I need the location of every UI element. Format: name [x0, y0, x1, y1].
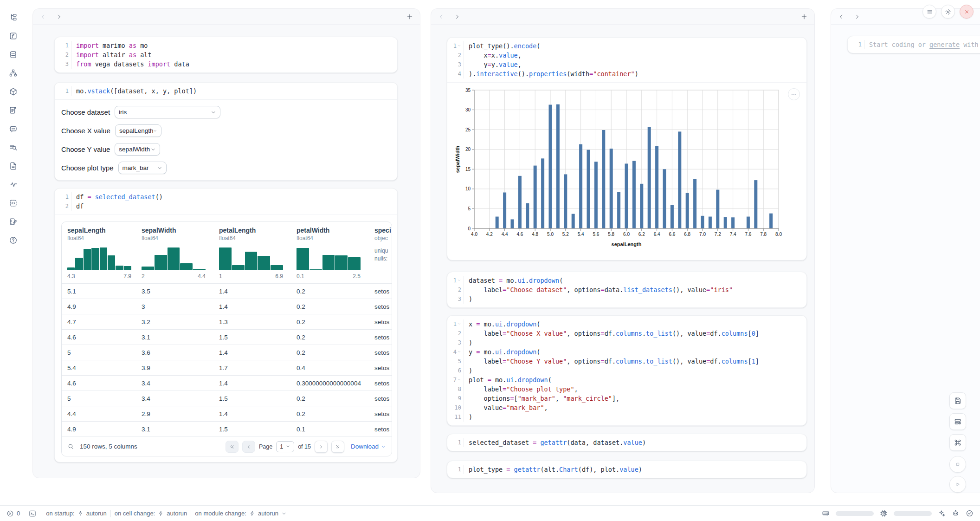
sidebar-item-outline-search[interactable] [7, 141, 19, 153]
sidebar-item-help[interactable] [7, 234, 19, 246]
code-editor[interactable]: 1import marimo as mo2import altair as al… [55, 37, 397, 72]
bar[interactable] [503, 193, 506, 229]
code-editor[interactable]: 1selected_dataset = getattr(data, datase… [447, 434, 806, 451]
generate-link[interactable]: generate [929, 41, 960, 48]
column-next-button[interactable] [54, 12, 64, 21]
download-button[interactable]: Download [351, 443, 386, 450]
code-editor[interactable]: 1df = selected_dataset()2df [55, 189, 397, 215]
bar[interactable] [579, 144, 582, 228]
altair-bar-chart[interactable]: 4.04.24.44.64.85.05.25.45.65.86.06.26.46… [454, 86, 786, 254]
bar[interactable] [724, 217, 727, 228]
column-next-button[interactable] [852, 12, 862, 21]
error-indicator[interactable]: 0 [6, 510, 20, 517]
page-prev-button[interactable] [242, 441, 255, 453]
fold-toggle[interactable] [457, 375, 461, 384]
page-select[interactable]: 1 [276, 441, 294, 452]
bar[interactable] [625, 163, 628, 228]
keyboard-shortcuts-button[interactable] [949, 434, 966, 451]
code-editor[interactable]: 1mo.vstack([dataset, x, y, plot]) [55, 83, 397, 99]
sidebar-item-database[interactable] [7, 48, 19, 60]
run-button[interactable] [949, 476, 966, 493]
sidebar-item-tracing[interactable] [7, 178, 19, 190]
fold-toggle[interactable] [457, 347, 461, 357]
cell-selected-dataset[interactable]: 1selected_dataset = getattr(data, datase… [447, 434, 807, 451]
autorun-segment[interactable]: on startup:autorun [46, 510, 107, 517]
column-name[interactable]: sepalWidth [142, 227, 213, 234]
sparkles-icon[interactable] [938, 509, 946, 517]
menu-button[interactable] [922, 5, 936, 19]
bar[interactable] [640, 184, 643, 228]
code-editor[interactable]: 1plot_type = getattr(alt.Chart(df), plot… [447, 461, 806, 478]
sidebar-item-snippets[interactable] [7, 160, 19, 172]
bar[interactable] [671, 205, 674, 228]
code-editor[interactable]: 1dataset = mo.ui.dropdown(2 label="Choos… [447, 272, 806, 307]
layout-button[interactable] [949, 413, 966, 430]
autorun-segment[interactable]: on module change:autorun [195, 510, 287, 517]
sidebar-item-functions[interactable] [7, 30, 19, 42]
autorun-segment[interactable]: on cell change:autorun [115, 510, 187, 517]
page-last-button[interactable] [331, 441, 344, 453]
column-prev-button[interactable] [837, 12, 846, 21]
bar[interactable] [617, 192, 620, 228]
column-next-button[interactable] [452, 12, 462, 21]
column-name[interactable]: petalWidth [297, 227, 369, 234]
bar[interactable] [686, 193, 689, 228]
bar[interactable] [731, 217, 735, 228]
bar[interactable] [526, 203, 529, 229]
cell-imports[interactable]: 1import marimo as mo2import altair as al… [54, 37, 398, 73]
save-button[interactable] [949, 392, 966, 409]
cell-plot-type[interactable]: 1plot_type = getattr(alt.Chart(df), plot… [447, 461, 807, 478]
bar[interactable] [572, 214, 575, 229]
page-first-button[interactable] [226, 441, 239, 453]
bar[interactable] [754, 180, 757, 228]
bar[interactable] [549, 105, 552, 229]
bar[interactable] [587, 150, 590, 228]
column-prev-button[interactable] [39, 12, 48, 21]
bar[interactable] [716, 190, 719, 228]
bar[interactable] [678, 131, 681, 228]
sidebar-item-dependency-graph[interactable] [7, 67, 19, 79]
bar[interactable] [648, 127, 651, 228]
cell-dataframe[interactable]: 1df = selected_dataset()2df sepalLengthf… [54, 188, 398, 462]
code-placeholder[interactable]: Start coding or generate with AI [864, 40, 980, 49]
settings-button[interactable] [941, 5, 955, 19]
robot-icon[interactable] [952, 509, 960, 517]
add-cell-button[interactable] [405, 12, 414, 21]
bar[interactable] [594, 162, 598, 228]
search-icon[interactable] [67, 443, 74, 450]
cell-xy-plot-dropdowns[interactable]: 1x = mo.ui.dropdown(2 label="Choose X va… [447, 315, 807, 426]
sidebar-item-packages[interactable] [7, 85, 19, 98]
column-name[interactable]: sepalLength [67, 227, 136, 234]
cell-dataset-dropdown[interactable]: 1dataset = mo.ui.dropdown(2 label="Choos… [447, 272, 807, 308]
bar[interactable] [701, 216, 704, 228]
dropdown-choose-y-value[interactable]: sepalWidth [115, 143, 160, 156]
bar[interactable] [511, 219, 514, 228]
dropdown-choose-plot-type[interactable]: mark_bar [118, 162, 167, 174]
bar[interactable] [534, 166, 537, 228]
sidebar-item-scratchpad[interactable] [7, 197, 19, 209]
sidebar-item-file-tree[interactable] [7, 11, 19, 23]
bar[interactable] [602, 130, 605, 228]
fold-toggle[interactable] [457, 41, 461, 51]
shutdown-button[interactable] [960, 5, 974, 19]
code-editor[interactable]: 1 Start coding or generate with AI [848, 36, 980, 53]
code-editor[interactable]: 1x = mo.ui.dropdown(2 label="Choose X va… [447, 316, 806, 425]
bar[interactable] [747, 217, 750, 229]
fold-toggle[interactable] [457, 276, 461, 285]
code-editor[interactable]: 1plot_type().encode(2 x=x.value,3 y=y.va… [447, 38, 806, 82]
bar[interactable] [541, 158, 544, 228]
sidebar-item-documentation[interactable] [7, 215, 19, 228]
column-prev-button[interactable] [437, 12, 446, 21]
dropdown-choose-x-value[interactable]: sepalLength [115, 124, 161, 137]
sidebar-item-logs[interactable] [7, 104, 19, 116]
stop-button[interactable] [949, 456, 966, 473]
terminal-button[interactable] [28, 509, 37, 518]
cell-empty[interactable]: 1 Start coding or generate with AI [847, 36, 980, 53]
bar[interactable] [564, 174, 567, 228]
cell-vstack[interactable]: 1mo.vstack([dataset, x, y, plot]) Choose… [54, 82, 398, 181]
column-name[interactable]: speci [374, 227, 392, 234]
chart-options-button[interactable] [788, 88, 800, 100]
bar[interactable] [693, 179, 696, 228]
cell-chart[interactable]: 1plot_type().encode(2 x=x.value,3 y=y.va… [447, 37, 807, 260]
bar[interactable] [655, 146, 658, 228]
